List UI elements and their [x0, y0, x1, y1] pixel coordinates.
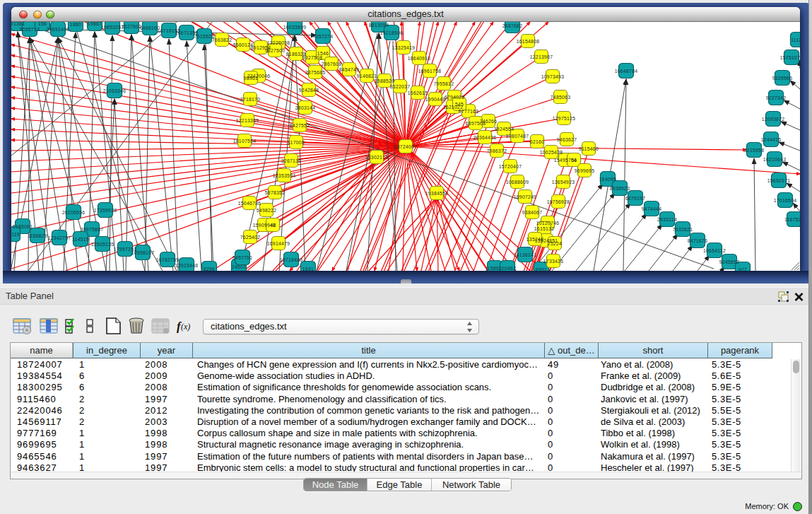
svg-text:19218506: 19218506: [380, 30, 404, 35]
svg-text:7357274: 7357274: [313, 34, 334, 39]
svg-text:1588520: 1588520: [375, 78, 395, 83]
svg-text:16961758: 16961758: [418, 69, 442, 74]
svg-text:8322037: 8322037: [390, 84, 411, 89]
svg-text:7485063: 7485063: [551, 95, 571, 100]
svg-text:10120746: 10120746: [536, 221, 560, 226]
svg-text:2687682: 2687682: [502, 23, 523, 28]
svg-text:10973493: 10973493: [541, 74, 565, 79]
svg-text:9245652: 9245652: [719, 259, 740, 264]
svg-text:12093872: 12093872: [762, 117, 785, 122]
svg-text:12342757: 12342757: [48, 235, 71, 240]
svg-text:62160: 62160: [530, 139, 544, 144]
svg-text:16154808: 16154808: [517, 39, 540, 44]
svg-text:25224: 25224: [548, 241, 562, 246]
svg-text:8427552: 8427552: [290, 123, 310, 128]
svg-text:19756928: 19756928: [547, 199, 570, 204]
svg-text:14136141: 14136141: [514, 252, 537, 257]
svg-text:8471676: 8471676: [688, 238, 708, 243]
svg-text:3267130: 3267130: [281, 158, 302, 163]
svg-text:9827500: 9827500: [265, 48, 286, 53]
svg-text:2933114: 2933114: [657, 217, 677, 222]
svg-text:18640910: 18640910: [408, 56, 431, 61]
svg-text:8938923: 8938923: [610, 186, 630, 191]
svg-text:156: 156: [38, 22, 47, 26]
svg-text:9115460: 9115460: [579, 146, 599, 151]
svg-text:13654923: 13654923: [552, 180, 575, 185]
svg-text:16648784: 16648784: [615, 69, 638, 74]
svg-text:11125: 11125: [791, 37, 800, 42]
svg-text:7632621: 7632621: [673, 227, 693, 232]
svg-text:9055713: 9055713: [20, 27, 40, 32]
svg-text:1167534: 1167534: [784, 217, 800, 222]
svg-text:3875685: 3875685: [305, 70, 326, 75]
svg-text:30975887: 30975887: [81, 227, 104, 232]
svg-text:5498222: 5498222: [257, 208, 277, 213]
svg-text:20364436: 20364436: [473, 135, 497, 140]
svg-text:7625402: 7625402: [240, 235, 261, 240]
svg-text:1527602: 1527602: [122, 24, 142, 29]
svg-text:1990448: 1990448: [425, 97, 446, 102]
svg-text:17359928: 17359928: [94, 208, 117, 213]
svg-text:1733426: 1733426: [543, 259, 564, 264]
svg-text:15692971: 15692971: [767, 178, 791, 183]
svg-text:9327508: 9327508: [302, 55, 323, 60]
svg-text:8454749: 8454749: [339, 67, 360, 72]
svg-text:18107554: 18107554: [233, 139, 257, 144]
svg-text:1244415: 1244415: [761, 137, 782, 142]
svg-text:9777169: 9777169: [459, 109, 479, 114]
svg-text:9463627: 9463627: [557, 137, 577, 142]
svg-text:6897508: 6897508: [466, 121, 486, 126]
svg-text:15751074: 15751074: [780, 55, 800, 60]
svg-text:545: 545: [455, 102, 464, 107]
svg-text:20206556: 20206556: [62, 210, 86, 215]
svg-text:9384067: 9384067: [522, 210, 543, 215]
svg-text:12923448: 12923448: [175, 263, 199, 268]
svg-text:18724007: 18724007: [394, 144, 418, 149]
svg-text:24502: 24502: [232, 264, 246, 269]
svg-text:15302173: 15302173: [365, 155, 389, 160]
svg-text:15720407: 15720407: [499, 164, 522, 169]
svg-text:48: 48: [270, 223, 276, 228]
svg-text:21053346: 21053346: [103, 88, 126, 93]
svg-text:9146821: 9146821: [357, 74, 377, 78]
svg-text:12353594: 12353594: [273, 173, 296, 178]
svg-text:13325419: 13325419: [392, 45, 416, 50]
svg-text:19867: 19867: [88, 22, 102, 26]
svg-text:12975125: 12975125: [553, 116, 576, 121]
svg-text:19384554: 19384554: [425, 191, 449, 196]
svg-text:1546: 1546: [317, 51, 329, 56]
svg-text:114519: 114519: [72, 237, 89, 242]
svg-text:100462: 100462: [499, 266, 516, 271]
svg-text:21381: 21381: [11, 22, 25, 26]
svg-text:10807487: 10807487: [506, 134, 529, 139]
svg-text:15046786: 15046786: [238, 201, 261, 206]
svg-text:16914479: 16914479: [267, 241, 290, 246]
svg-text:16210643: 16210643: [763, 157, 787, 162]
svg-text:1562615: 1562615: [408, 90, 428, 95]
svg-text:39119: 39119: [11, 232, 20, 237]
svg-text:9227342: 9227342: [766, 95, 787, 100]
svg-text:5878352: 5878352: [265, 190, 286, 195]
svg-text:1880: 1880: [70, 22, 81, 27]
svg-text:1615132: 1615132: [534, 226, 555, 231]
svg-text:12213967: 12213967: [530, 54, 553, 59]
svg-text:16782759: 16782759: [156, 257, 180, 262]
svg-text:8215958: 8215958: [744, 148, 765, 153]
svg-text:10025438: 10025438: [540, 150, 563, 155]
svg-text:9242848: 9242848: [299, 88, 319, 93]
svg-text:5185061: 5185061: [13, 224, 33, 229]
svg-text:7663822: 7663822: [212, 37, 233, 42]
svg-text:20691406: 20691406: [47, 27, 70, 32]
svg-text:17016504: 17016504: [774, 198, 797, 203]
svg-text:12213369: 12213369: [236, 118, 259, 123]
svg-text:135248: 135248: [526, 237, 543, 242]
svg-text:10958107: 10958107: [131, 250, 155, 255]
svg-text:9474444: 9474444: [642, 206, 662, 211]
svg-text:9329966: 9329966: [772, 76, 793, 81]
svg-text:9699695: 9699695: [575, 168, 595, 173]
svg-text:8813054: 8813054: [369, 23, 389, 28]
svg-text:(x): (x): [181, 322, 190, 332]
svg-text:16033809: 16033809: [283, 25, 307, 30]
svg-text:3824554: 3824554: [494, 127, 514, 132]
svg-text:117008: 117008: [288, 140, 305, 145]
